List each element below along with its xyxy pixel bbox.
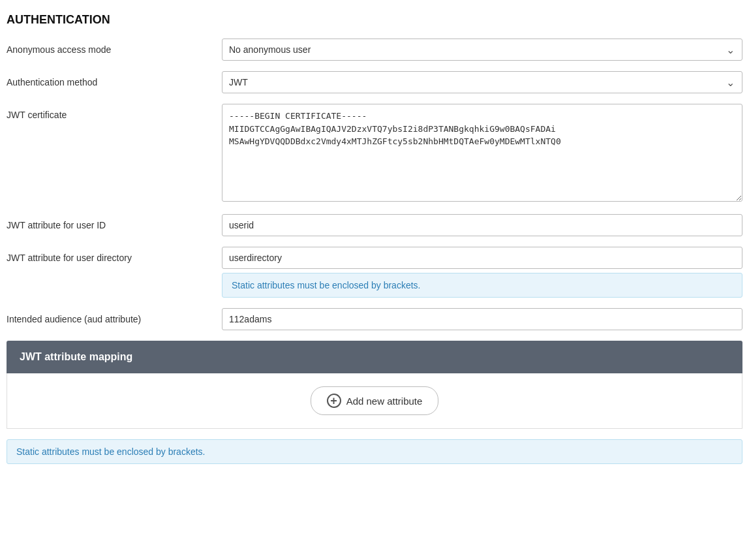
jwt-user-id-label: JWT attribute for user ID [7, 214, 222, 232]
add-new-attribute-button[interactable]: + Add new attribute [311, 386, 439, 415]
plus-icon: + [327, 394, 341, 408]
jwt-user-dir-control: Static attributes must be enclosed by br… [222, 247, 742, 298]
jwt-mapping-section: JWT attribute mapping + Add new attribut… [7, 341, 742, 429]
jwt-mapping-title: JWT attribute mapping [7, 341, 742, 373]
authentication-title: AUTHENTICATION [7, 13, 742, 27]
auth-method-control: JWT LDAP None [222, 71, 742, 93]
jwt-user-id-row: JWT attribute for user ID [7, 214, 742, 236]
bottom-info-box: Static attributes must be enclosed by br… [7, 439, 742, 464]
auth-method-row: Authentication method JWT LDAP None [7, 71, 742, 93]
add-attr-label: Add new attribute [346, 396, 423, 407]
jwt-certificate-control: -----BEGIN CERTIFICATE----- MIIDGTCCAgGg… [222, 104, 742, 204]
auth-method-label: Authentication method [7, 71, 222, 89]
intended-audience-control [222, 308, 742, 330]
anonymous-access-control: No anonymous user Allow anonymous user R… [222, 39, 742, 61]
jwt-user-id-input[interactable] [222, 214, 742, 236]
jwt-certificate-textarea[interactable]: -----BEGIN CERTIFICATE----- MIIDGTCCAgGg… [222, 104, 742, 202]
bottom-info-section: Static attributes must be enclosed by br… [7, 439, 742, 464]
intended-audience-input[interactable] [222, 308, 742, 330]
intended-audience-row: Intended audience (aud attribute) [7, 308, 742, 330]
anonymous-access-row: Anonymous access mode No anonymous user … [7, 39, 742, 61]
jwt-certificate-row: JWT certificate -----BEGIN CERTIFICATE--… [7, 104, 742, 204]
jwt-certificate-label: JWT certificate [7, 104, 222, 122]
main-container: AUTHENTICATION Anonymous access mode No … [0, 0, 749, 477]
auth-method-select-wrapper: JWT LDAP None [222, 71, 742, 93]
anonymous-access-select-wrapper: No anonymous user Allow anonymous user R… [222, 39, 742, 61]
anonymous-access-select[interactable]: No anonymous user Allow anonymous user R… [222, 39, 742, 61]
jwt-mapping-body: + Add new attribute [7, 373, 742, 429]
jwt-user-dir-label: JWT attribute for user directory [7, 247, 222, 265]
auth-method-select[interactable]: JWT LDAP None [222, 71, 742, 93]
jwt-user-dir-input[interactable] [222, 247, 742, 269]
jwt-user-dir-row: JWT attribute for user directory Static … [7, 247, 742, 298]
anonymous-access-label: Anonymous access mode [7, 39, 222, 57]
intended-audience-label: Intended audience (aud attribute) [7, 308, 222, 326]
jwt-user-id-control [222, 214, 742, 236]
jwt-user-dir-info: Static attributes must be enclosed by br… [222, 273, 742, 298]
